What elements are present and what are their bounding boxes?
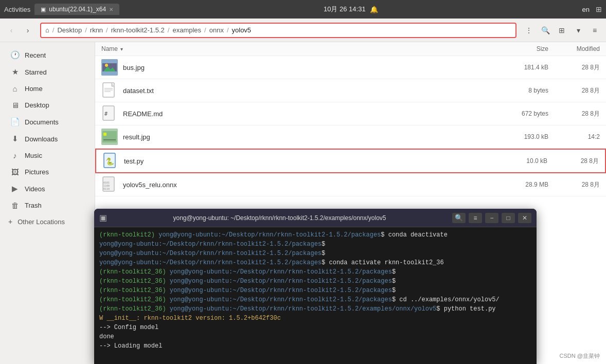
address-bar[interactable]: ⌂ / Desktop / rknn / rknn-toolkit2-1.5.2… bbox=[40, 23, 516, 38]
file-thumbnail bbox=[101, 129, 118, 145]
terminal-line: W __init__: rknn-toolkit2 version: 1.5.2… bbox=[99, 314, 531, 323]
terminal-icon-small: ▣ bbox=[41, 6, 46, 13]
col-name-header[interactable]: Name ▾ bbox=[101, 45, 497, 52]
terminal-line: done bbox=[99, 332, 531, 341]
terminal-minimize-button[interactable]: − bbox=[485, 213, 498, 223]
terminal-line: (rknn-toolkit2_36) yong@yong-ubuntu:~/De… bbox=[99, 267, 531, 277]
watermark-text: CSDN @韭菜钟 bbox=[560, 353, 600, 359]
activities-label[interactable]: Activities bbox=[4, 6, 30, 13]
terminal-line: yong@yong-ubuntu:~/Desktop/rknn/rknn-too… bbox=[99, 258, 531, 267]
music-icon: ♪ bbox=[10, 151, 20, 160]
terminal-controls: 🔍 ≡ − □ ✕ bbox=[452, 213, 531, 223]
addr-toolkit[interactable]: rknn-toolkit2-1.5.2 bbox=[111, 26, 165, 34]
tab-close-btn[interactable]: ✕ bbox=[109, 7, 113, 12]
sidebar-item-desktop[interactable]: 🖥 Desktop bbox=[2, 97, 93, 113]
name-col-label: Name bbox=[101, 45, 118, 52]
sidebar-item-downloads[interactable]: ⬇ Downloads bbox=[2, 131, 93, 147]
sidebar-item-trash[interactable]: 🗑 Trash bbox=[2, 197, 93, 213]
back-button[interactable]: ‹ bbox=[4, 23, 19, 38]
forward-button[interactable]: › bbox=[21, 23, 35, 38]
recent-icon: 🕐 bbox=[10, 50, 20, 60]
modified-col-label: Modified bbox=[577, 45, 600, 52]
home-sidebar-icon: ⌂ bbox=[10, 84, 20, 93]
sidebar: 🕐 Recent ★ Starred ⌂ Home 🖥 Desktop 📄 Do… bbox=[0, 42, 95, 364]
sidebar-item-starred[interactable]: ★ Starred bbox=[2, 64, 93, 80]
home-icon: ⌂ bbox=[45, 26, 49, 34]
sidebar-item-videos[interactable]: ▶ Videos bbox=[2, 180, 93, 197]
file-modified: 28 8月 bbox=[548, 86, 600, 95]
file-row[interactable]: bus.jpg 181.4 kB 28 8月 bbox=[95, 56, 606, 79]
file-list-header: Name ▾ Size Modified bbox=[95, 42, 606, 56]
back-icon: ‹ bbox=[10, 26, 13, 34]
file-name: test.py bbox=[124, 157, 496, 165]
terminal-window: ▣ yong@yong-ubuntu: ~/Desktop/rknn/rknn-… bbox=[94, 209, 537, 364]
sidebar-home-label: Home bbox=[25, 85, 43, 93]
other-locations-label: Other Locations bbox=[17, 218, 65, 226]
terminal-menu-button[interactable]: ≡ bbox=[469, 213, 482, 223]
svg-text:#: # bbox=[104, 111, 108, 117]
grid-view-button[interactable]: ⊞ bbox=[555, 23, 569, 38]
file-modified: 28 8月 bbox=[548, 180, 600, 189]
file-row[interactable]: 0101 1100 0110 yolov5s_relu.onnx 28.9 MB… bbox=[95, 173, 606, 196]
sidebar-pictures-label: Pictures bbox=[25, 168, 49, 176]
sidebar-recent-label: Recent bbox=[25, 51, 46, 59]
file-name: bus.jpg bbox=[123, 64, 497, 71]
file-row[interactable]: # README.md 672 bytes 28 8月 bbox=[95, 102, 606, 125]
file-size: 181.4 kB bbox=[497, 64, 548, 71]
col-modified-header[interactable]: Modified bbox=[548, 45, 600, 52]
file-name: result.jpg bbox=[123, 133, 497, 141]
sidebar-other-locations[interactable]: + Other Locations bbox=[0, 214, 95, 229]
sidebar-music-label: Music bbox=[25, 152, 42, 159]
file-row[interactable]: dataset.txt 8 bytes 28 8月 bbox=[95, 79, 606, 102]
lang-label: en bbox=[582, 6, 590, 13]
svg-text:🐍: 🐍 bbox=[105, 157, 115, 166]
addr-rknn[interactable]: rknn bbox=[90, 26, 103, 34]
file-modified: 14:2 bbox=[548, 133, 600, 140]
sidebar-item-recent[interactable]: 🕐 Recent bbox=[2, 47, 93, 63]
pictures-icon: 🖼 bbox=[10, 168, 20, 176]
datetime-label: 10月 26 14:31 bbox=[324, 5, 366, 14]
sidebar-item-music[interactable]: ♪ Music bbox=[2, 148, 93, 163]
terminal-close-button[interactable]: ✕ bbox=[518, 213, 531, 223]
view-toggle-button[interactable]: ▾ bbox=[571, 23, 585, 38]
terminal-body[interactable]: (rknn-toolkit2) yong@yong-ubuntu:~/Deskt… bbox=[94, 227, 537, 364]
terminal-line: (rknn-toolkit2_36) yong@yong-ubuntu:~/De… bbox=[99, 286, 531, 295]
window-tab[interactable]: ▣ ubuntu(22.04.1)_x64 ✕ bbox=[34, 4, 119, 15]
sidebar-desktop-label: Desktop bbox=[25, 101, 49, 109]
network-icon: ⊞ bbox=[596, 5, 602, 13]
sidebar-documents-label: Documents bbox=[25, 118, 59, 126]
file-thumbnail bbox=[101, 59, 118, 76]
file-size: 28.9 MB bbox=[497, 181, 548, 188]
downloads-icon: ⬇ bbox=[10, 134, 20, 143]
more-options-button[interactable]: ⋮ bbox=[522, 23, 536, 38]
col-size-header[interactable]: Size bbox=[497, 45, 548, 52]
terminal-line: yong@yong-ubuntu:~/Desktop/rknn/rknn-too… bbox=[99, 240, 531, 249]
file-icon: # bbox=[101, 105, 118, 122]
sidebar-downloads-label: Downloads bbox=[25, 135, 58, 143]
svg-text:0110: 0110 bbox=[103, 187, 110, 190]
file-row-selected[interactable]: 🐍 test.py 10.0 kB 28 8月 bbox=[95, 149, 606, 173]
desktop-icon: 🖥 bbox=[10, 101, 20, 110]
terminal-search-button[interactable]: 🔍 bbox=[452, 213, 466, 223]
add-icon: + bbox=[8, 217, 12, 226]
search-button[interactable]: 🔍 bbox=[538, 23, 552, 38]
trash-icon: 🗑 bbox=[10, 201, 20, 210]
addr-examples[interactable]: examples bbox=[172, 26, 201, 34]
file-size: 672 bytes bbox=[497, 110, 548, 117]
file-size: 8 bytes bbox=[497, 87, 548, 94]
file-row[interactable]: result.jpg 193.0 kB 14:2 bbox=[95, 125, 606, 149]
sidebar-item-documents[interactable]: 📄 Documents bbox=[2, 114, 93, 130]
addr-yolov5[interactable]: yolov5 bbox=[232, 26, 252, 34]
file-name: README.md bbox=[123, 110, 497, 118]
sidebar-item-pictures[interactable]: 🖼 Pictures bbox=[2, 164, 93, 180]
size-col-label: Size bbox=[537, 45, 548, 52]
addr-onnx[interactable]: onnx bbox=[209, 26, 224, 34]
list-view-button[interactable]: ≡ bbox=[587, 23, 602, 38]
terminal-maximize-button[interactable]: □ bbox=[502, 213, 515, 223]
python-file-icon: 🐍 bbox=[102, 153, 119, 169]
file-size: 10.0 kB bbox=[496, 157, 547, 165]
file-name: yolov5s_relu.onnx bbox=[123, 181, 497, 189]
file-size: 193.0 kB bbox=[497, 133, 548, 140]
sidebar-item-home[interactable]: ⌂ Home bbox=[2, 81, 93, 97]
addr-desktop[interactable]: Desktop bbox=[57, 26, 82, 34]
